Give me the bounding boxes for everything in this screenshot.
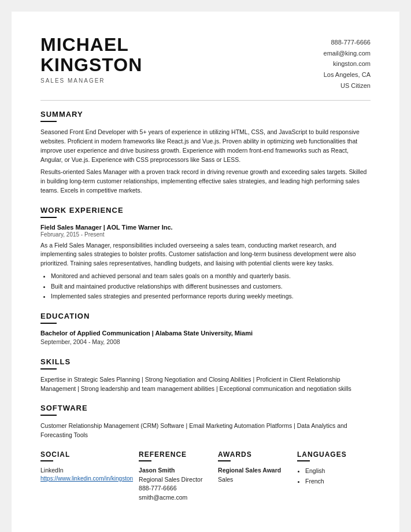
- phone: 888-777-6666: [324, 37, 371, 48]
- resume-container: MICHAEL KINGSTON SALES MANAGER 888-777-6…: [12, 12, 399, 532]
- name-line1: MICHAEL: [40, 34, 129, 55]
- reference-email: smith@acme.com: [139, 493, 212, 503]
- reference-underline: [139, 460, 151, 461]
- reference-heading: REFERENCE: [139, 450, 212, 459]
- software-section: SOFTWARE Customer Relationship Managemen…: [40, 404, 371, 440]
- social-heading: SOCIAL: [40, 450, 133, 459]
- social-column: SOCIAL LinkedIn https://www.linkedin.com…: [40, 450, 133, 503]
- awards-column: AWARDS Regional Sales Award Sales: [218, 450, 291, 503]
- location: Los Angeles, CA: [324, 69, 371, 80]
- work-experience-heading: WORK EXPERIENCE: [40, 206, 371, 215]
- awards-heading: AWARDS: [218, 450, 291, 459]
- education-underline: [40, 323, 57, 324]
- job-title: Field Sales Manager | AOL Time Warner In…: [40, 224, 371, 231]
- job-title-header: SALES MANAGER: [40, 77, 142, 84]
- languages-list: English French: [297, 466, 371, 487]
- header-right: 888-777-6666 email@king.com kingston.com…: [324, 37, 371, 91]
- summary-section: SUMMARY Seasoned Front End Developer wit…: [40, 110, 371, 195]
- social-underline: [40, 460, 53, 461]
- software-underline: [40, 415, 57, 416]
- website: kingston.com: [324, 58, 371, 69]
- edu-degree: Bachelor of Applied Communication | Alab…: [40, 330, 371, 337]
- social-platform: LinkedIn: [40, 466, 133, 475]
- award-sub: Sales: [218, 475, 291, 485]
- header: MICHAEL KINGSTON SALES MANAGER 888-777-6…: [40, 35, 371, 91]
- bottom-grid: SOCIAL LinkedIn https://www.linkedin.com…: [40, 450, 371, 503]
- reference-role: Regional Sales Director: [139, 475, 212, 485]
- job-bullets: Monitored and achieved personal and team…: [40, 272, 371, 301]
- header-left: MICHAEL KINGSTON SALES MANAGER: [40, 35, 142, 84]
- name-line2: KINGSTON: [40, 54, 142, 75]
- social-link[interactable]: https://www.linkedin.com/in/kingston: [40, 475, 133, 482]
- reference-column: REFERENCE Jason Smith Regional Sales Dir…: [139, 450, 212, 503]
- skills-section: SKILLS Expertise in Strategic Sales Plan…: [40, 357, 371, 394]
- skills-underline: [40, 368, 57, 370]
- languages-column: LANGUAGES English French: [297, 450, 371, 503]
- education-section: EDUCATION Bachelor of Applied Communicat…: [40, 312, 371, 347]
- header-divider: [40, 100, 371, 101]
- languages-heading: LANGUAGES: [297, 450, 371, 459]
- education-heading: EDUCATION: [40, 312, 371, 320]
- awards-underline: [218, 460, 231, 461]
- job-description: As a Field Sales Manager, responsibiliti…: [40, 241, 371, 268]
- edu-date: September, 2004 - May, 2008: [40, 338, 371, 347]
- bullet-2: Built and maintained productive relation…: [51, 282, 371, 291]
- summary-underline: [40, 121, 57, 122]
- email: email@king.com: [324, 48, 371, 59]
- language-2: French: [305, 476, 371, 487]
- reference-phone: 888-777-6666: [139, 484, 212, 493]
- job-date: February, 2015 - Present: [40, 231, 371, 238]
- skills-heading: SKILLS: [40, 357, 371, 366]
- work-experience-section: WORK EXPERIENCE Field Sales Manager | AO…: [40, 206, 371, 302]
- summary-text2: Results-oriented Sales Manager with a pr…: [40, 168, 371, 195]
- software-heading: SOFTWARE: [40, 404, 371, 412]
- work-experience-underline: [40, 217, 57, 218]
- bullet-1: Monitored and achieved personal and team…: [51, 272, 371, 281]
- language-1: English: [305, 466, 371, 476]
- software-text: Customer Relationship Management (CRM) S…: [40, 422, 371, 440]
- reference-name: Jason Smith: [139, 466, 212, 475]
- award-name: Regional Sales Award: [218, 466, 291, 475]
- summary-heading: SUMMARY: [40, 110, 371, 119]
- summary-text1: Seasoned Front End Developer with 5+ yea…: [40, 128, 371, 164]
- citizenship: US Citizen: [324, 80, 371, 91]
- bullet-3: Implemented sales strategies and present…: [51, 292, 371, 301]
- full-name: MICHAEL KINGSTON: [40, 35, 142, 75]
- skills-text: Expertise in Strategic Sales Planning | …: [40, 375, 371, 394]
- languages-underline: [297, 460, 310, 461]
